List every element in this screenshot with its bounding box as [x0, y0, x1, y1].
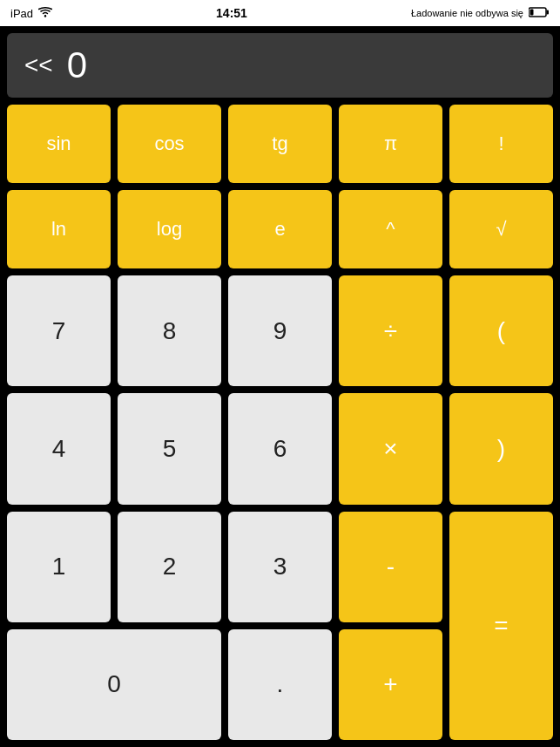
- status-left: iPad: [10, 7, 52, 20]
- btn-add[interactable]: +: [339, 629, 442, 740]
- function-rows: sin cos tg π ! ln log e ^ √: [7, 105, 553, 268]
- ln-button[interactable]: ln: [7, 190, 111, 268]
- func-row-2: ln log e ^ √: [7, 190, 553, 268]
- btn-0[interactable]: 0: [7, 629, 221, 740]
- numpad: 7 8 9 ÷ ( 4 5 6 × ) 1 2 3 - = 0 . +: [7, 275, 553, 740]
- sqrt-button[interactable]: √: [449, 190, 553, 268]
- svg-rect-2: [546, 10, 549, 14]
- btn-equals[interactable]: =: [449, 512, 553, 741]
- btn-5[interactable]: 5: [118, 393, 221, 504]
- device-label: iPad: [10, 7, 33, 20]
- tg-button[interactable]: tg: [228, 105, 332, 183]
- display: << 0: [7, 33, 553, 98]
- btn-subtract[interactable]: -: [339, 512, 442, 622]
- calculator-body: sin cos tg π ! ln log e ^ √ 7 8 9 ÷ ( 4: [7, 105, 553, 740]
- sin-button[interactable]: sin: [7, 105, 111, 183]
- calculator: << 0 sin cos tg π ! ln log e ^ √ 7: [0, 26, 560, 747]
- btn-9[interactable]: 9: [228, 275, 332, 386]
- btn-7[interactable]: 7: [7, 275, 111, 386]
- btn-rparen[interactable]: ): [449, 393, 553, 504]
- battery-icon: [529, 7, 550, 20]
- cos-button[interactable]: cos: [118, 105, 221, 183]
- svg-point-0: [44, 15, 46, 17]
- display-value: 0: [67, 44, 87, 86]
- backspace-button[interactable]: <<: [24, 51, 53, 79]
- btn-4[interactable]: 4: [7, 393, 111, 504]
- btn-lparen[interactable]: (: [449, 275, 553, 386]
- btn-2[interactable]: 2: [118, 512, 221, 622]
- btn-1[interactable]: 1: [7, 512, 111, 622]
- btn-multiply[interactable]: ×: [339, 393, 442, 504]
- btn-divide[interactable]: ÷: [339, 275, 442, 386]
- btn-8[interactable]: 8: [118, 275, 221, 386]
- btn-6[interactable]: 6: [228, 393, 332, 504]
- notice-label: Ładowanie nie odbywa się: [411, 8, 523, 18]
- e-button[interactable]: e: [228, 190, 332, 268]
- log-button[interactable]: log: [118, 190, 221, 268]
- time-display: 14:51: [216, 6, 247, 20]
- status-bar: iPad 14:51 Ładowanie nie odbywa się: [0, 0, 560, 26]
- wifi-icon: [38, 7, 52, 20]
- btn-dot[interactable]: .: [228, 629, 332, 740]
- factorial-button[interactable]: !: [449, 105, 553, 183]
- func-row-1: sin cos tg π !: [7, 105, 553, 183]
- status-right: Ładowanie nie odbywa się: [411, 7, 550, 20]
- btn-3[interactable]: 3: [228, 512, 332, 622]
- pi-button[interactable]: π: [339, 105, 442, 183]
- svg-rect-3: [530, 9, 533, 15]
- power-button[interactable]: ^: [339, 190, 442, 268]
